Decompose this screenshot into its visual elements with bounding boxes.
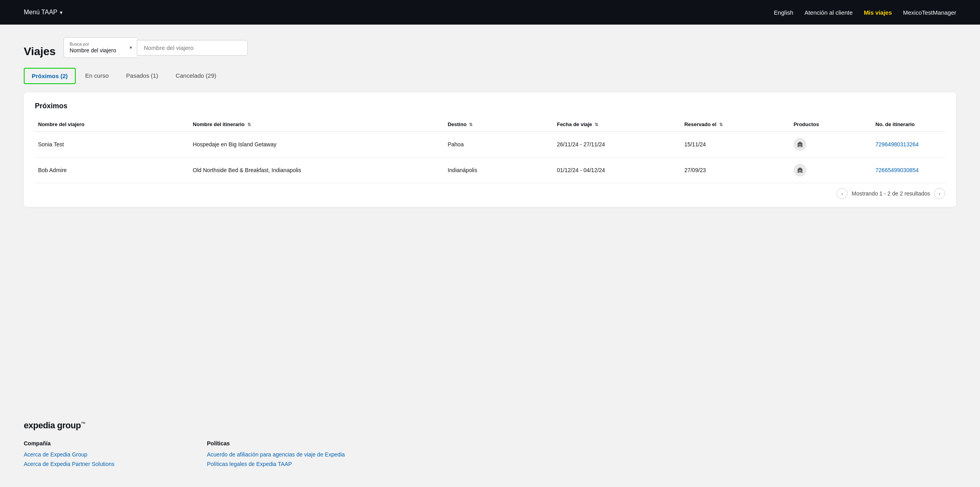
col-header-reservado[interactable]: Reservado el ⇅ <box>681 117 791 132</box>
nav-username[interactable]: MexicoTestManager <box>903 9 956 16</box>
svg-rect-7 <box>799 170 800 171</box>
cell-num: 72964980313264 <box>872 132 945 157</box>
footer-company: Compañía Acerca de Expedia Group Acerca … <box>24 440 197 470</box>
pagination-text: Mostrando 1 - 2 de 2 resultados <box>852 190 930 197</box>
cell-traveler: Sonia Test <box>35 132 189 157</box>
sort-destino-icon: ⇅ <box>469 122 473 127</box>
cell-itinerary: Old Northside Bed & Breakfast, Indianapo… <box>189 157 444 183</box>
tab-cancelado[interactable]: Cancelado (29) <box>168 67 224 84</box>
svg-marker-5 <box>798 142 802 143</box>
itinerary-number-link[interactable]: 72964980313264 <box>875 141 919 148</box>
footer-link-politicas[interactable]: Políticas legales de Expedia TAAP <box>207 461 381 467</box>
footer-columns: Compañía Acerca de Expedia Group Acerca … <box>24 440 381 470</box>
cell-fecha: 01/12/24 - 04/12/24 <box>554 157 681 183</box>
col-header-fecha[interactable]: Fecha de viaje ⇅ <box>554 117 681 132</box>
header-nav: English Atención al cliente Mis viajes M… <box>774 9 956 16</box>
footer-policies: Políticas Acuerdo de afiliación para age… <box>207 440 381 470</box>
nav-atencion[interactable]: Atención al cliente <box>804 9 853 16</box>
page-title: Viajes <box>24 45 56 58</box>
col-header-traveler: Nombre del viajero <box>35 117 189 132</box>
cell-destino: Indianápolis <box>444 157 554 183</box>
svg-rect-6 <box>798 169 802 173</box>
tab-proximos[interactable]: Próximos (2) <box>24 68 76 84</box>
cell-itinerary: Hospedaje en Big Island Getaway <box>189 132 444 157</box>
footer: expedia group™ Compañía Acerca de Expedi… <box>0 408 980 486</box>
svg-rect-9 <box>799 172 800 173</box>
svg-rect-0 <box>798 143 802 147</box>
footer-logo: expedia group™ <box>24 420 956 431</box>
card-title: Próximos <box>35 102 945 110</box>
sort-itinerary-icon: ⇅ <box>247 122 251 127</box>
footer-link-acuerdo[interactable]: Acuerdo de afiliación para agencias de v… <box>207 451 381 458</box>
cell-num: 72665499030854 <box>872 157 945 183</box>
table-row: Bob Admire Old Northside Bed & Breakfast… <box>35 157 945 183</box>
svg-rect-4 <box>800 146 801 147</box>
menu-taap-button[interactable]: Menú TAAP <box>24 9 57 16</box>
header: Menú TAAP ▾ English Atención al cliente … <box>0 0 980 25</box>
svg-rect-3 <box>799 146 800 147</box>
search-input[interactable] <box>137 40 248 56</box>
svg-rect-1 <box>799 144 800 145</box>
pagination-next-button[interactable]: › <box>934 188 945 199</box>
tab-en-curso[interactable]: En curso <box>77 67 117 84</box>
pagination: ‹ Mostrando 1 - 2 de 2 resultados › <box>35 183 945 199</box>
search-select[interactable]: Busca por Nombre del viajero ▾ <box>63 37 137 58</box>
tabs-container: Próximos (2) En curso Pasados (1) Cancel… <box>24 67 956 84</box>
svg-rect-2 <box>800 144 801 145</box>
cell-productos <box>791 157 873 183</box>
cell-fecha: 26/11/24 - 27/11/24 <box>554 132 681 157</box>
nav-mis-viajes[interactable]: Mis viajes <box>864 9 892 16</box>
search-controls: Busca por Nombre del viajero ▾ <box>63 37 248 58</box>
svg-marker-11 <box>798 167 802 169</box>
page-header: Viajes Busca por Nombre del viajero ▾ <box>24 37 956 58</box>
cell-reservado: 15/11/24 <box>681 132 791 157</box>
footer-link-about-partner[interactable]: Acerca de Expedia Partner Solutions <box>24 461 197 467</box>
svg-rect-10 <box>800 172 801 173</box>
search-select-chevron-icon: ▾ <box>130 45 132 50</box>
header-left: Menú TAAP ▾ <box>24 9 63 16</box>
col-header-productos: Productos <box>791 117 873 132</box>
nav-english[interactable]: English <box>774 9 793 16</box>
footer-link-about-expedia[interactable]: Acerca de Expedia Group <box>24 451 197 458</box>
pagination-prev-button[interactable]: ‹ <box>836 188 848 199</box>
search-select-label: Busca por <box>69 42 122 46</box>
cell-reservado: 27/09/23 <box>681 157 791 183</box>
trips-table: Nombre del viajero Nombre del itinerario… <box>35 117 945 183</box>
main-content: Viajes Busca por Nombre del viajero ▾ Pr… <box>0 25 980 408</box>
product-hotel-icon <box>794 164 806 176</box>
menu-chevron-icon: ▾ <box>60 10 63 15</box>
col-header-itinerary[interactable]: Nombre del itinerario ⇅ <box>189 117 444 132</box>
footer-company-title: Compañía <box>24 440 197 447</box>
sort-reservado-icon: ⇅ <box>719 122 723 127</box>
itinerary-number-link[interactable]: 72665499030854 <box>875 167 919 173</box>
footer-policies-title: Políticas <box>207 440 381 447</box>
product-hotel-icon <box>794 138 806 151</box>
cell-traveler: Bob Admire <box>35 157 189 183</box>
cell-destino: Pahoa <box>444 132 554 157</box>
table-row: Sonia Test Hospedaje en Big Island Getaw… <box>35 132 945 157</box>
tab-pasados[interactable]: Pasados (1) <box>118 67 166 84</box>
trips-card: Próximos Nombre del viajero Nombre del i… <box>24 92 956 207</box>
col-header-num: No. de itinerario <box>872 117 945 132</box>
svg-rect-8 <box>800 170 801 171</box>
cell-productos <box>791 132 873 157</box>
sort-fecha-icon: ⇅ <box>595 122 598 127</box>
search-select-value: Nombre del viajero <box>69 47 116 54</box>
col-header-destino[interactable]: Destino ⇅ <box>444 117 554 132</box>
